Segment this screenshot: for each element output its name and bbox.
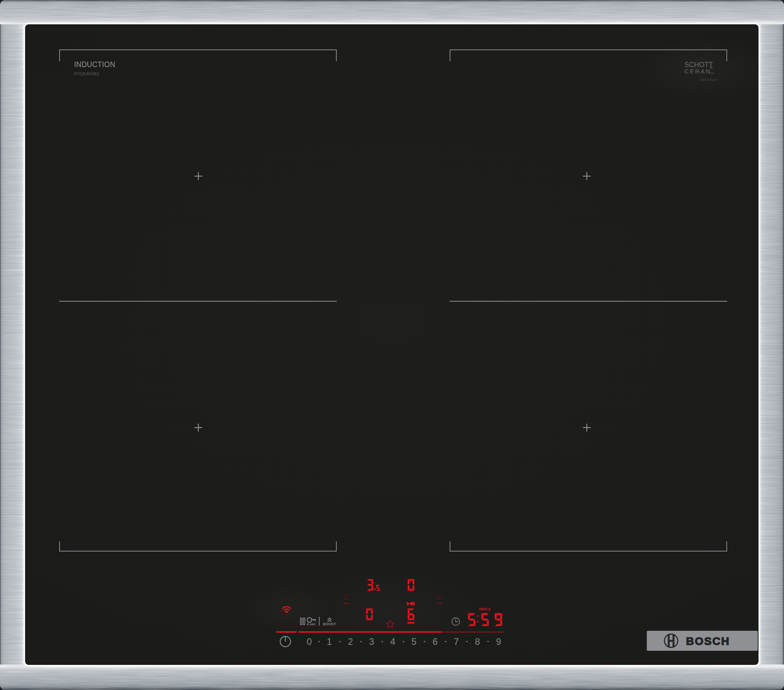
svg-text:BOSCH: BOSCH <box>686 635 730 647</box>
